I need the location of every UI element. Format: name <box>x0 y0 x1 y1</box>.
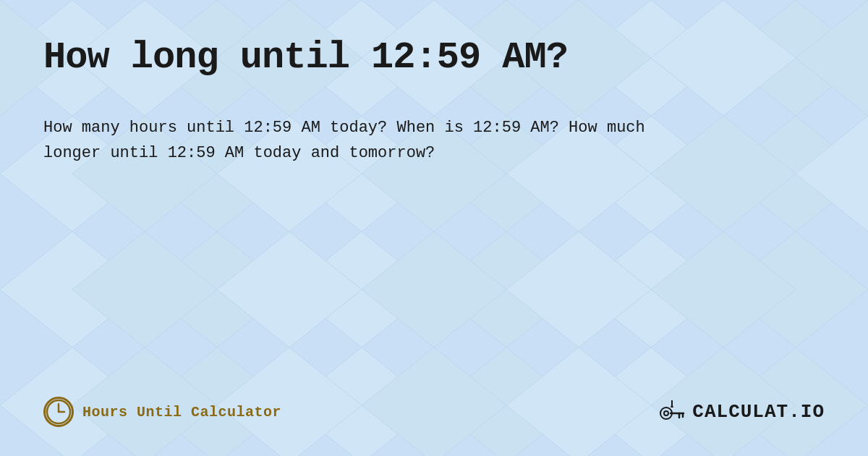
calculator-logo-icon <box>658 397 686 426</box>
svg-point-52 <box>664 411 668 415</box>
svg-point-48 <box>47 400 70 423</box>
brand-label: Hours Until Calculator <box>82 404 281 421</box>
brand-section: Hours Until Calculator <box>43 397 281 427</box>
logo-section: CALCULAT.IO <box>658 397 825 426</box>
clock-icon <box>43 397 74 427</box>
page-description: How many hours until 12:59 AM today? Whe… <box>43 115 694 166</box>
footer: Hours Until Calculator CALCULAT.IO <box>43 382 825 427</box>
logo-text: CALCULAT.IO <box>692 401 825 423</box>
page-title: How long until 12:59 AM? <box>43 36 825 79</box>
